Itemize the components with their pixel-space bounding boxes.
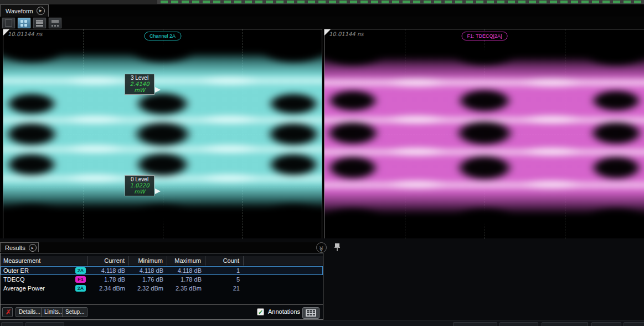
taskbar-stub	[624, 322, 644, 326]
results-table-header: Measurement Current Minimum Maximum Coun…	[1, 256, 323, 266]
count-value: 21	[205, 285, 244, 292]
column-header-filler	[244, 256, 323, 266]
taskbar-stub	[499, 322, 538, 326]
maximum-value: 1.78 dB	[167, 276, 205, 283]
graticule-channel-2a: 10.01144 ns Channel 2A 3 Level 2.4140 mW…	[3, 29, 322, 240]
close-icon: ✗	[6, 308, 11, 316]
table-view-button[interactable]	[302, 307, 320, 319]
tab-bar: Waveform ▶	[0, 4, 644, 17]
minimum-value: 1.76 dB	[129, 276, 167, 283]
background-app-strip-right	[157, 0, 644, 4]
annotations-checkbox[interactable]: ✓	[257, 308, 264, 315]
results-table: Measurement Current Minimum Maximum Coun…	[1, 256, 323, 305]
table-row-average-power[interactable]: Average Power 2A 2.34 dBm 2.32 dBm 2.35 …	[1, 284, 323, 293]
column-header-maximum: Maximum	[167, 256, 205, 266]
current-value: 2.34 dBm	[88, 285, 129, 292]
tab-results-label: Results	[5, 244, 25, 251]
column-header-minimum: Minimum	[129, 256, 167, 266]
source-chip-f1: F1	[75, 276, 86, 283]
results-button-row: ✗ Details... Limits... Setup... ✓ Annota…	[1, 307, 323, 318]
count-value: 1	[205, 267, 244, 274]
collapse-panel-button[interactable]: ≫	[316, 242, 327, 253]
level-marker-3[interactable]: 3 Level 2.4140 mW	[125, 74, 154, 95]
measurement-name: TDECQ	[3, 276, 25, 283]
source-badge-channel-2a[interactable]: Channel 2A	[144, 32, 181, 40]
tab-waveform[interactable]: Waveform ▶	[0, 4, 49, 17]
delete-measurement-button[interactable]: ✗	[2, 307, 13, 317]
layout-composite-button[interactable]	[48, 17, 62, 29]
level-marker-3-value: 2.4140 mW	[125, 81, 154, 93]
column-header-current: Current	[88, 256, 129, 266]
table-grid-icon	[306, 309, 316, 317]
minimum-value: 4.118 dB	[129, 267, 167, 274]
results-body: Measurement Current Minimum Maximum Coun…	[0, 253, 323, 320]
taskbar-stub	[542, 322, 588, 326]
pin-panel-button[interactable]	[334, 243, 341, 252]
timebase-label: 10.01144 ns	[8, 31, 42, 37]
app-window: Waveform ▶	[0, 0, 644, 326]
layout-button-group	[2, 17, 62, 29]
maximum-value: 2.35 dBm	[167, 285, 205, 292]
measurement-name: Average Power	[3, 285, 45, 292]
layout-quad-button[interactable]	[17, 17, 31, 29]
current-value: 4.118 dB	[88, 267, 129, 274]
source-chip-2a: 2A	[75, 285, 86, 292]
graticule-f1-tdecq: 10.01144 ns F1: TDECQ[2A]	[324, 29, 644, 240]
level-marker-0-value: 1.0220 mW	[125, 182, 154, 195]
table-row-outer-er[interactable]: Outer ER 2A 4.118 dB 4.118 dB 4.118 dB 1	[1, 266, 323, 275]
taskbar-stub	[591, 322, 621, 326]
column-header-count: Count	[205, 256, 244, 266]
measurement-name: Outer ER	[3, 267, 29, 274]
tab-waveform-label: Waveform	[6, 8, 33, 14]
composite-layout-icon	[51, 20, 59, 27]
column-header-measurement: Measurement	[1, 256, 88, 266]
taskbar-stub	[25, 322, 64, 326]
play-icon[interactable]: ▶	[37, 7, 45, 15]
details-button[interactable]: Details...	[16, 307, 44, 317]
status-dashes-decoration	[161, 1, 643, 3]
bottom-taskbar-strip	[0, 320, 644, 326]
single-layout-icon	[5, 19, 12, 27]
timebase-label: 10.01144 ns	[329, 31, 363, 37]
layout-single-button[interactable]	[2, 17, 16, 29]
eye-diagram-channel-2a	[3, 29, 322, 239]
double-chevron-down-icon: ≫	[317, 246, 326, 252]
level-marker-0[interactable]: 0 Level 1.0220 mW	[125, 175, 154, 196]
eye-diagram-f1-tdecq	[324, 29, 644, 239]
annotations-label: Annotations	[268, 308, 300, 315]
table-row-tdecq[interactable]: TDECQ F1 1.78 dB 1.76 dB 1.78 dB 5	[1, 275, 323, 284]
results-panel: Results ▶ Measurement Current Minimum Ma…	[0, 242, 323, 320]
quad-layout-icon	[20, 20, 28, 27]
count-value: 5	[205, 276, 244, 283]
source-badge-f1-tdecq[interactable]: F1: TDECQ[2A]	[462, 32, 508, 40]
toolbar: ▼	[0, 17, 644, 29]
layout-stacked-button[interactable]	[33, 17, 47, 29]
check-icon: ✓	[258, 309, 263, 315]
taskbar-stub	[1, 322, 23, 326]
taskbar-stub	[453, 322, 497, 326]
maximum-value: 4.118 dB	[167, 267, 205, 274]
level-marker-0-label: 0 Level	[125, 176, 154, 182]
setup-button[interactable]: Setup...	[62, 307, 87, 317]
play-icon[interactable]: ▶	[29, 244, 37, 252]
stacked-layout-icon	[36, 20, 43, 27]
pin-icon-stem	[337, 248, 338, 251]
source-chip-2a: 2A	[75, 267, 86, 274]
level-marker-3-label: 3 Level	[125, 75, 154, 81]
minimum-value: 2.32 dBm	[129, 285, 167, 292]
tab-results[interactable]: Results ▶	[0, 242, 39, 252]
current-value: 1.78 dB	[88, 276, 129, 283]
results-tab-bar: Results ▶	[0, 242, 323, 253]
